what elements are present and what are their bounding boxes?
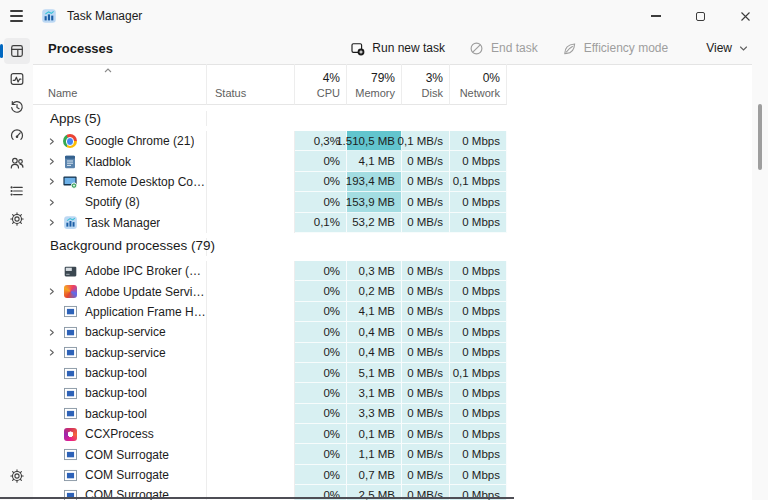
expand-chevron-icon[interactable]	[47, 198, 62, 207]
status-cell	[207, 424, 295, 444]
process-name: Adobe IPC Broker (32 bit)	[85, 264, 206, 278]
process-row[interactable]: backup-tool0%3,3 MB0 MB/s0 Mbps	[33, 404, 507, 424]
disk-cell: 0 MB/s	[402, 363, 450, 383]
network-cell: 0 Mbps	[450, 465, 507, 485]
process-row[interactable]: Application Frame Host0%4,1 MB0 MB/s0 Mb…	[33, 302, 507, 322]
network-cell: 0 Mbps	[450, 261, 507, 281]
sidebar-item-details[interactable]	[4, 178, 30, 204]
memory-cell: 153,9 MB	[347, 192, 402, 212]
status-cell	[207, 465, 295, 485]
end-task-button[interactable]: End task	[459, 36, 548, 61]
horizontal-scrollbar-thumb[interactable]	[0, 497, 514, 499]
run-new-task-button[interactable]: Run new task	[340, 36, 455, 61]
efficiency-mode-button[interactable]: Efficiency mode	[552, 36, 679, 61]
process-row[interactable]: Kladblok0%4,1 MB0 MB/s0 Mbps	[33, 151, 507, 171]
memory-cell: 0,3 MB	[347, 261, 402, 281]
process-row[interactable]: Spotify (8)0%153,9 MB0 MB/s0 Mbps	[33, 192, 507, 212]
chevron-down-icon	[739, 44, 748, 53]
cpu-cell: 0%	[295, 465, 347, 485]
process-name: CCXProcess	[85, 427, 154, 441]
end-task-label: End task	[491, 41, 538, 55]
process-name: COM Surrogate	[85, 448, 169, 462]
process-row[interactable]: backup-tool0%3,1 MB0 MB/s0 Mbps	[33, 383, 507, 403]
minimize-button[interactable]	[633, 0, 678, 32]
disk-cell: 0 MB/s	[402, 281, 450, 301]
expand-chevron-icon[interactable]	[47, 218, 62, 227]
disk-cell: 0,1 MB/s	[402, 131, 450, 151]
sidebar-item-settings[interactable]	[4, 463, 30, 489]
cpu-cell: 0%	[295, 424, 347, 444]
expand-chevron-icon[interactable]	[47, 137, 62, 146]
hamburger-menu-icon[interactable]	[0, 0, 33, 32]
console-icon	[62, 263, 78, 279]
process-row[interactable]: backup-service0%0,4 MB0 MB/s0 Mbps	[33, 322, 507, 342]
close-button[interactable]	[723, 0, 768, 32]
memory-cell: 3,1 MB	[347, 383, 402, 403]
process-row[interactable]: CCXProcess0%0,1 MB0 MB/s0 Mbps	[33, 424, 507, 444]
cpu-cell: 0%	[295, 281, 347, 301]
column-header-memory[interactable]: 79% Memory	[347, 64, 402, 105]
sidebar-item-startup-apps[interactable]	[4, 122, 30, 148]
sidebar-item-users[interactable]	[4, 150, 30, 176]
sidebar-item-services[interactable]	[4, 206, 30, 232]
network-cell: 0,1 Mbps	[450, 363, 507, 383]
view-button[interactable]: View	[696, 36, 758, 60]
column-header-cpu[interactable]: 4% CPU	[295, 64, 347, 105]
vertical-scrollbar[interactable]	[752, 64, 768, 500]
process-row[interactable]: Google Chrome (21)0,3%1.510,5 MB0,1 MB/s…	[33, 131, 507, 151]
process-row[interactable]: Adobe IPC Broker (32 bit)0%0,3 MB0 MB/s0…	[33, 261, 507, 281]
memory-cell: 4,1 MB	[347, 302, 402, 322]
process-row[interactable]: backup-tool0%5,1 MB0 MB/s0,1 Mbps	[33, 363, 507, 383]
process-name: Application Frame Host	[85, 305, 206, 319]
column-header-disk[interactable]: 3% Disk	[402, 64, 450, 105]
users-icon	[9, 155, 25, 171]
maximize-button[interactable]	[678, 0, 723, 32]
process-name: Spotify (8)	[85, 195, 140, 209]
column-header-status[interactable]: Status	[207, 64, 295, 105]
network-cell: 0 Mbps	[450, 131, 507, 151]
expand-chevron-icon[interactable]	[47, 328, 62, 337]
sidebar-item-app-history[interactable]	[4, 94, 30, 120]
process-row[interactable]: Task Manager0,1%53,2 MB0 MB/s0 Mbps	[33, 213, 507, 233]
column-header-network[interactable]: 0% Network	[450, 64, 507, 105]
expand-chevron-icon[interactable]	[47, 157, 62, 166]
process-name: Google Chrome (21)	[85, 134, 194, 148]
process-row[interactable]: COM Surrogate0%1,1 MB0 MB/s0 Mbps	[33, 444, 507, 464]
disk-cell: 0 MB/s	[402, 424, 450, 444]
window-icon	[62, 406, 78, 422]
sidebar-item-processes[interactable]	[4, 38, 30, 64]
process-name: backup-service	[85, 325, 166, 339]
disk-cell: 0 MB/s	[402, 465, 450, 485]
memory-cell: 1,1 MB	[347, 444, 402, 464]
expand-chevron-icon[interactable]	[47, 348, 62, 357]
column-header-name[interactable]: Name	[33, 64, 207, 105]
toolbar-actions: Run new task End task Efficiency mode Vi…	[340, 36, 758, 61]
memory-cell: 5,1 MB	[347, 363, 402, 383]
process-name: Task Manager	[85, 216, 160, 230]
network-cell: 0 Mbps	[450, 404, 507, 424]
process-table: Name Status 4% CPU 79% Memory 3% Disk 0%…	[33, 64, 507, 500]
memory-cell: 53,2 MB	[347, 213, 402, 233]
memory-cell: 0,4 MB	[347, 343, 402, 363]
cpu-cell: 0,1%	[295, 213, 347, 233]
cpu-cell: 0%	[295, 302, 347, 322]
section-label: Apps (5)	[33, 111, 206, 126]
window-icon	[62, 365, 78, 381]
process-name: backup-service	[85, 346, 166, 360]
cpu-cell: 0%	[295, 192, 347, 212]
status-cell	[207, 172, 295, 192]
expand-chevron-icon[interactable]	[47, 287, 62, 296]
process-row[interactable]: Remote Desktop Connection0%193,4 MB0 MB/…	[33, 172, 507, 192]
process-row[interactable]: COM Surrogate0%0,7 MB0 MB/s0 Mbps	[33, 465, 507, 485]
network-cell: 0 Mbps	[450, 343, 507, 363]
sidebar-item-performance[interactable]	[4, 66, 30, 92]
disk-cell: 0 MB/s	[402, 322, 450, 342]
process-row[interactable]: Adobe Update Service (32 bit)0%0,2 MB0 M…	[33, 281, 507, 301]
section-label: Background processes (79)	[33, 238, 206, 256]
cpu-cell: 0%	[295, 363, 347, 383]
vertical-scrollbar-thumb[interactable]	[758, 104, 762, 170]
expand-chevron-icon[interactable]	[47, 177, 62, 186]
task-manager-icon	[62, 215, 78, 231]
process-row[interactable]: backup-service0%0,4 MB0 MB/s0 Mbps	[33, 343, 507, 363]
disk-cell: 0 MB/s	[402, 172, 450, 192]
